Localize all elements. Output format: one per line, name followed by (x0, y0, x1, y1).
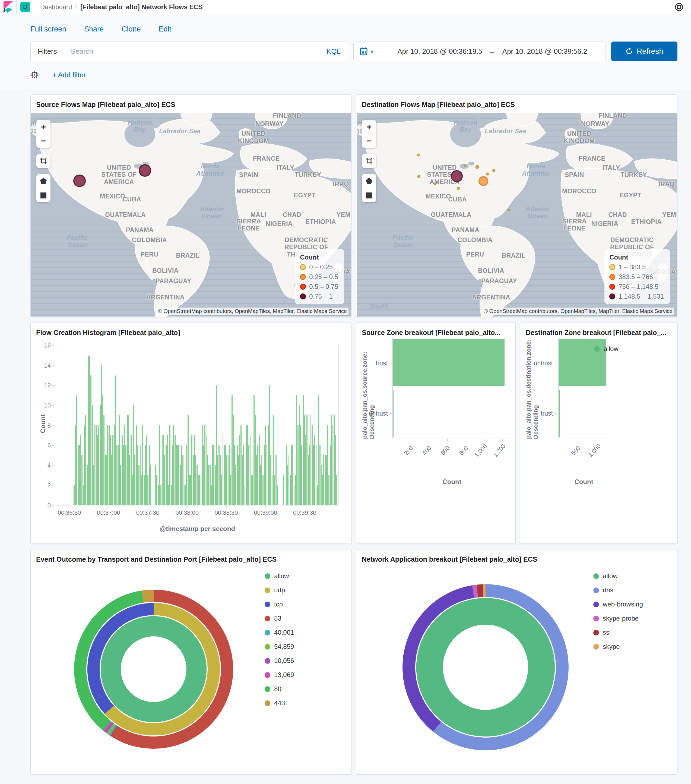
flow-histogram-panel: Flow Creation Histogram [FIlebeat palo_a… (30, 323, 352, 544)
add-filter-link[interactable]: + Add filter (52, 71, 86, 79)
map-label-water: Norda Atlantiko (522, 163, 550, 177)
histogram-bar (267, 445, 268, 505)
legend-item[interactable]: 80 (265, 685, 294, 693)
map-legend-item: 383.5 – 766 (609, 273, 664, 281)
histogram-bar (159, 425, 160, 505)
legend-item[interactable]: skype-probe (593, 614, 643, 622)
histogram-bar (167, 435, 168, 505)
zone-bar (393, 390, 393, 437)
category-label: trust (376, 359, 388, 367)
legend-item[interactable]: dns (593, 586, 643, 594)
map-point (475, 165, 479, 169)
histogram-bar (274, 475, 275, 505)
draw-polygon-button[interactable] (362, 174, 376, 188)
clone-link[interactable]: Clone (122, 25, 141, 33)
edit-link[interactable]: Edit (159, 25, 171, 33)
legend-item[interactable]: 13,069 (265, 671, 294, 679)
fit-bounds-button[interactable] (36, 154, 51, 168)
histogram-plot[interactable] (56, 346, 339, 506)
date-to[interactable]: Apr 10, 2018 @ 00:39:56.2 (502, 47, 587, 56)
legend-item[interactable]: web-browsing (593, 601, 643, 608)
legend-item[interactable]: 40,001 (265, 629, 294, 636)
map-point (416, 154, 420, 156)
y-tick-label: 8 (48, 422, 51, 429)
legend-item[interactable]: skype (593, 643, 643, 651)
histogram-bar (319, 445, 321, 505)
zoom-out-button[interactable]: − (362, 134, 376, 148)
legend-dot (593, 616, 599, 621)
legend-item[interactable]: 443 (265, 699, 294, 707)
event-outcome-donut[interactable] (74, 590, 233, 749)
histogram-bar (247, 425, 248, 505)
breadcrumb-dashboard[interactable]: Dashboard (40, 3, 72, 11)
histogram-bar (98, 425, 99, 505)
calendar-button[interactable]: ∨ (354, 42, 379, 61)
draw-polygon-button[interactable] (36, 174, 51, 188)
map-legend-dot (300, 264, 306, 270)
map-label-water: Pacific Ocean (67, 234, 88, 249)
histogram-bar (125, 445, 127, 505)
legend-item[interactable]: ssl (593, 629, 643, 636)
histogram-bar (88, 356, 89, 505)
source-flows-map[interactable]: FINLANDNORWAYUNITED KINGDOMFRANCEITALYSP… (31, 113, 351, 316)
legend-item[interactable]: 53 (265, 614, 294, 622)
legend-item[interactable]: allow (594, 345, 619, 352)
panel-title: Destination Flows Map [Filebeat palo_alt… (356, 95, 677, 111)
gear-icon[interactable]: ⚙ (30, 70, 39, 79)
histogram-bar (141, 475, 142, 505)
kql-button[interactable]: KQL (326, 47, 348, 56)
fit-bounds-button[interactable] (362, 154, 376, 168)
refresh-button[interactable]: Refresh (611, 41, 678, 61)
legend-item[interactable]: allow (265, 572, 294, 580)
zone-plot[interactable] (392, 338, 512, 438)
legend-item[interactable]: 54,859 (265, 643, 294, 651)
space-badge[interactable]: D (20, 2, 30, 12)
histogram-bar (181, 445, 182, 505)
histogram-bar (123, 445, 124, 505)
destination-flows-map[interactable]: FINLANDNORWAYUNITED KINGDOMFRANCEITALYSP… (357, 113, 677, 316)
x-tick-mark (148, 506, 148, 508)
filters-button[interactable]: Filters (31, 42, 64, 61)
y-tick-mark (51, 485, 54, 486)
histogram-bar (220, 455, 221, 505)
map-label-country: CHAD (608, 211, 627, 218)
map-legend-item: 0.75 – 1 (300, 293, 338, 300)
zoom-out-button[interactable]: − (36, 134, 51, 148)
x-tick-label: 500 (570, 445, 582, 457)
map-legend-label: 0.75 – 1 (309, 293, 333, 300)
y-tick-mark (51, 366, 54, 366)
source-flows-map-panel: Source Flows Map [Filebeat palo_alto] EC… (30, 94, 352, 317)
zoom-in-button[interactable]: + (36, 120, 51, 134)
legend-item[interactable]: tcp (265, 601, 294, 608)
map-legend-item: 1 – 383.5 (609, 264, 664, 271)
histogram-bar (176, 445, 177, 505)
histogram-bar (111, 455, 112, 505)
query-box: Filters KQL (30, 41, 348, 61)
histogram-bar (75, 425, 76, 505)
network-application-donut[interactable] (403, 584, 569, 750)
legend-item[interactable]: allow (593, 572, 643, 580)
legend-item[interactable]: 10,056 (265, 657, 294, 665)
draw-rectangle-button[interactable] (36, 188, 51, 202)
map-legend-item: 0 – 0.25 (300, 264, 338, 271)
y-tick-mark (51, 345, 54, 346)
histogram-bar (149, 445, 150, 505)
search-input[interactable] (64, 47, 326, 56)
arrow-right-icon: → (489, 47, 496, 56)
histogram-bar (174, 435, 176, 505)
date-from[interactable]: Apr 10, 2018 @ 00:36:19.5 (397, 47, 482, 56)
full-screen-link[interactable]: Full screen (30, 25, 66, 33)
histogram-bar (114, 425, 115, 505)
kibana-logo[interactable] (0, 1, 16, 13)
histogram-bar (260, 465, 261, 505)
legend-item[interactable]: udp (265, 586, 294, 594)
legend-dot (265, 644, 270, 650)
share-link[interactable]: Share (84, 25, 104, 33)
histogram-bar (299, 405, 300, 505)
zoom-in-button[interactable]: + (362, 120, 376, 134)
help-button[interactable] (667, 2, 691, 12)
histogram-bar (133, 405, 134, 505)
draw-rectangle-button[interactable] (362, 188, 376, 202)
histogram-bar (130, 435, 132, 505)
map-label-country: ITALY (277, 164, 294, 171)
